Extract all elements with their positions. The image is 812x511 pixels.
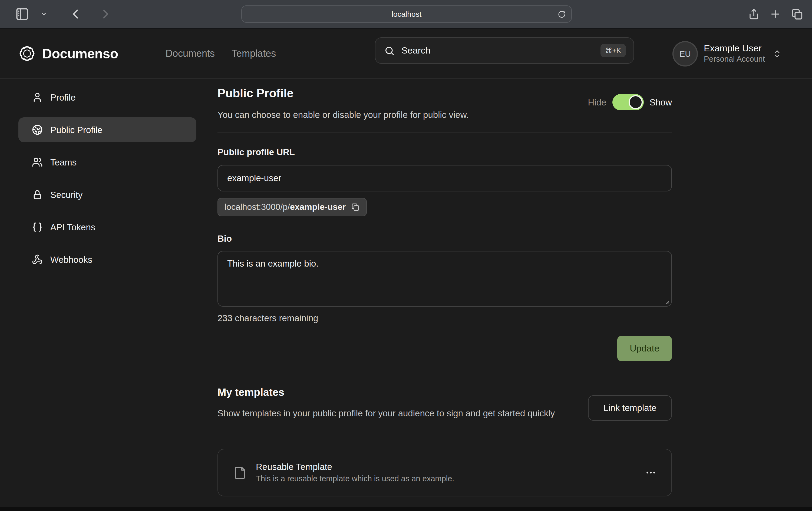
my-templates-title: My templates <box>218 386 284 398</box>
screen: localhost Documenso <box>0 0 812 511</box>
copy-icon[interactable] <box>351 203 360 211</box>
top-nav: Documents Templates <box>166 29 276 79</box>
brand[interactable]: Documenso <box>19 29 118 79</box>
share-icon[interactable] <box>748 7 759 21</box>
bio-label: Bio <box>218 234 232 244</box>
sidebar-item-label: Public Profile <box>50 125 103 135</box>
update-button[interactable]: Update <box>617 336 672 361</box>
section-divider <box>218 132 672 133</box>
profile-visibility-switch[interactable] <box>612 94 643 110</box>
address-bar[interactable]: localhost <box>241 5 572 23</box>
braces-icon <box>32 222 43 233</box>
sidebar-item-profile[interactable]: Profile <box>19 85 196 110</box>
template-description: This is a reusable template which is use… <box>256 474 454 484</box>
chevrons-up-down-icon <box>773 49 782 58</box>
app-header: Documenso Documents Templates ⌘+K EU Exa… <box>0 29 812 79</box>
toolbar-divider <box>36 8 36 20</box>
bio-textarea[interactable]: This is an example bio. <box>218 251 672 307</box>
page-title: Public Profile <box>218 87 293 100</box>
sidebar-item-webhooks[interactable]: Webhooks <box>19 247 196 272</box>
tab-overview-icon[interactable] <box>791 8 803 20</box>
webhook-icon <box>32 254 43 265</box>
template-actions-menu[interactable] <box>645 467 656 478</box>
sidebar-toggle-icon[interactable] <box>15 7 29 21</box>
sidebar-item-public-profile[interactable]: Public Profile <box>19 117 196 142</box>
browser-toolbar: localhost <box>0 0 812 29</box>
avatar-initials: EU <box>679 49 691 58</box>
users-icon <box>32 157 43 168</box>
sidebar-item-security[interactable]: Security <box>19 182 196 207</box>
nav-documents[interactable]: Documents <box>166 48 215 59</box>
toolbar-chevron-down-icon[interactable] <box>29 11 47 17</box>
bio-char-counter: 233 characters remaining <box>218 313 318 323</box>
file-icon <box>233 466 247 479</box>
sidebar-item-label: Security <box>50 189 83 200</box>
user-menu[interactable]: EU Example User Personal Account <box>672 29 782 79</box>
public-profile-url-preview[interactable]: localhost:3000/p/example-user <box>218 198 367 216</box>
globe-icon <box>32 124 43 135</box>
toggle-show-label: Show <box>649 97 672 107</box>
search-box[interactable]: ⌘+K <box>375 37 634 64</box>
template-name: Reusable Template <box>256 461 454 473</box>
toggle-hide-label: Hide <box>588 97 606 107</box>
link-template-button[interactable]: Link template <box>588 395 672 421</box>
main-content: Public Profile Hide Show You can choose … <box>218 80 672 507</box>
user-account-type: Personal Account <box>704 54 765 64</box>
reload-icon[interactable] <box>558 10 566 19</box>
back-button[interactable] <box>69 7 82 21</box>
public-profile-url-input[interactable] <box>218 165 672 191</box>
page-subtitle: You can choose to enable or disable your… <box>218 110 469 120</box>
forward-button[interactable] <box>99 7 112 21</box>
avatar: EU <box>672 41 698 66</box>
user-icon <box>32 92 43 103</box>
address-bar-url: localhost <box>392 10 422 19</box>
url-preview-text: localhost:3000/p/example-user <box>225 202 346 212</box>
lock-icon <box>32 189 43 200</box>
sidebar-item-teams[interactable]: Teams <box>19 150 196 175</box>
app-window: Documenso Documents Templates ⌘+K EU Exa… <box>0 29 812 507</box>
sidebar-item-label: API Tokens <box>50 222 95 232</box>
sidebar-item-label: Profile <box>50 92 76 102</box>
sidebar-item-label: Webhooks <box>50 254 92 265</box>
ellipsis-icon <box>645 467 656 478</box>
resize-grip-icon[interactable] <box>663 298 670 304</box>
window-bottom-edge <box>0 507 812 511</box>
sidebar-item-api-tokens[interactable]: API Tokens <box>19 215 196 240</box>
new-tab-icon[interactable] <box>769 8 781 20</box>
sidebar-item-label: Teams <box>50 157 77 168</box>
search-input[interactable] <box>401 45 594 56</box>
settings-sidebar: Profile Public Profile Teams Security AP… <box>19 85 196 279</box>
template-list-item[interactable]: Reusable Template This is a reusable tem… <box>218 449 672 497</box>
brand-name: Documenso <box>42 46 118 61</box>
user-name: Example User <box>704 43 765 54</box>
search-shortcut-badge: ⌘+K <box>600 44 626 57</box>
documenso-logo-icon <box>19 46 35 62</box>
nav-templates[interactable]: Templates <box>232 48 276 59</box>
my-templates-description: Show templates in your public profile fo… <box>218 407 596 420</box>
public-profile-url-label: Public profile URL <box>218 147 295 157</box>
switch-knob <box>628 95 642 109</box>
profile-visibility-toggle-row: Hide Show <box>588 94 672 110</box>
search-icon <box>384 45 395 56</box>
